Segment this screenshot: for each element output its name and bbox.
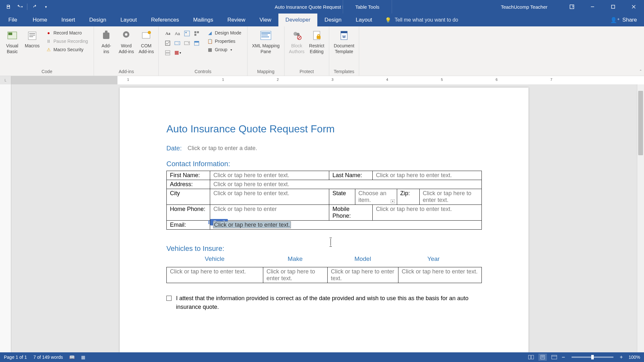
macros-button[interactable]: Macros <box>23 28 42 50</box>
building-block-control-button[interactable] <box>192 29 201 38</box>
repeating-section-control-button[interactable] <box>163 48 172 57</box>
model-control[interactable]: Click or tap here to enter text. <box>331 268 394 281</box>
document-area: Auto Insurance Quote Request Form Date: … <box>0 84 644 352</box>
address-label: Address: <box>167 180 210 189</box>
zoom-level[interactable]: 100% <box>626 355 640 360</box>
tab-layout[interactable]: Layout <box>113 14 144 26</box>
undo-button[interactable]: ▾ <box>15 2 24 11</box>
zoom-slider[interactable] <box>572 357 613 358</box>
minimize-button[interactable] <box>582 0 603 14</box>
share-label: Share <box>622 17 637 23</box>
tab-home[interactable]: Home <box>25 14 54 26</box>
tab-table-layout[interactable]: Layout <box>349 14 379 26</box>
vehicle-control[interactable]: Click or tap here to enter text. <box>170 268 246 275</box>
state-dropdown-control[interactable]: Choose an item. <box>359 190 387 203</box>
ribbon-tabs: File Home Insert Design Layout Reference… <box>0 14 644 26</box>
horizontal-ruler[interactable]: 1 1 2 3 4 5 6 7 <box>11 76 644 84</box>
com-addins-button[interactable]: COM Add-ins <box>136 28 156 56</box>
web-layout-button[interactable] <box>550 354 558 361</box>
collapse-ribbon-button[interactable]: ˆ <box>640 69 641 74</box>
picture-control-button[interactable] <box>182 29 191 38</box>
make-control[interactable]: Click or tap here to enter text. <box>266 268 315 281</box>
svg-rect-9 <box>29 35 35 35</box>
year-control[interactable]: Click or tap here to enter text. <box>402 268 478 275</box>
ribbon-display-options-button[interactable] <box>562 0 582 14</box>
svg-rect-33 <box>261 36 269 37</box>
properties-button[interactable]: 📋Properties <box>205 37 243 45</box>
email-control[interactable]: Click or tap here to enter text. <box>213 222 291 228</box>
zoom-slider-thumb[interactable] <box>591 355 594 359</box>
first-name-control[interactable]: Click or tap here to enter text. <box>213 172 289 178</box>
maximize-button[interactable] <box>603 0 623 14</box>
table-row: Email: Click or tap here to enter text. <box>167 221 482 230</box>
macro-indicator-icon[interactable]: ▦ <box>81 355 85 360</box>
record-macro-button[interactable]: ●Record Macro <box>44 29 90 37</box>
home-phone-control[interactable]: Click or tap here to enter <box>213 206 277 212</box>
checkbox-control-button[interactable] <box>163 39 172 48</box>
page[interactable]: Auto Insurance Quote Request Form Date: … <box>120 88 528 352</box>
vertical-scrollbar[interactable] <box>637 84 644 352</box>
text-cursor-icon <box>331 239 331 246</box>
tab-references[interactable]: References <box>144 14 186 26</box>
addins-button[interactable]: Add- ins <box>97 28 116 56</box>
xml-mapping-pane-button[interactable]: XML Mapping Pane <box>250 28 282 56</box>
tab-table-design[interactable]: Design <box>317 14 349 26</box>
svg-rect-26 <box>194 41 199 43</box>
date-picker-control[interactable]: Click or tap to enter a date. <box>188 145 257 152</box>
page-indicator[interactable]: Page 1 of 1 <box>4 355 27 360</box>
city-control[interactable]: Click or tap here to enter text. <box>213 190 289 196</box>
word-count[interactable]: 7 of 149 words <box>33 355 63 360</box>
dropdown-chevron-icon[interactable]: ▾ <box>391 199 395 203</box>
design-mode-button[interactable]: ◢Design Mode <box>205 29 243 37</box>
visual-basic-button[interactable]: Visual Basic <box>3 28 22 56</box>
macro-security-button[interactable]: ⚠Macro Security <box>44 46 90 53</box>
mobile-phone-control[interactable]: Click or tap here to enter text. <box>376 206 452 212</box>
print-layout-button[interactable] <box>538 354 547 361</box>
combobox-control-button[interactable] <box>173 39 182 48</box>
tab-developer[interactable]: Developer <box>278 14 318 26</box>
group-controls-button[interactable]: ▦Group▾ <box>205 46 243 53</box>
table-row: First Name: Click or tap here to enter t… <box>167 171 482 180</box>
tell-me-search[interactable]: 💡 Tell me what you want to do <box>379 14 603 26</box>
zip-control[interactable]: Click or tap here to enter text. <box>423 190 471 203</box>
redo-button[interactable] <box>31 2 40 11</box>
block-authors-button[interactable]: Block Authors <box>287 28 306 56</box>
vehicles-heading: Vehicles to Insure: <box>166 244 482 253</box>
document-template-button[interactable]: W Document Template <box>332 28 356 56</box>
word-addins-button[interactable]: Word Add-ins <box>117 28 136 56</box>
date-picker-control-button[interactable] <box>192 39 201 48</box>
scrollbar-thumb[interactable] <box>638 91 643 155</box>
tab-selector[interactable]: L <box>0 76 11 84</box>
zoom-out-button[interactable]: − <box>562 354 565 361</box>
tab-review[interactable]: Review <box>220 14 253 26</box>
last-name-control[interactable]: Click or tap here to enter text. <box>376 172 452 178</box>
zoom-in-button[interactable]: + <box>620 354 623 360</box>
legacy-tools-button[interactable]: ▾ <box>173 48 182 57</box>
tell-me-placeholder: Tell me what you want to do <box>395 17 458 23</box>
tab-file[interactable]: File <box>0 14 25 26</box>
read-mode-button[interactable] <box>527 354 535 361</box>
address-control[interactable]: Click or tap here to enter text. <box>213 181 289 187</box>
restrict-editing-button[interactable]: Restrict Editing <box>307 28 326 56</box>
tab-mailings[interactable]: Mailings <box>186 14 220 26</box>
tab-view[interactable]: View <box>252 14 278 26</box>
tab-design[interactable]: Design <box>82 14 113 26</box>
state-label: State <box>329 189 355 205</box>
spelling-icon[interactable]: 📖 <box>69 355 75 360</box>
plain-text-control-button[interactable]: Aa <box>173 29 182 38</box>
last-name-label: Last Name: <box>329 171 373 180</box>
vertical-ruler[interactable] <box>0 84 11 352</box>
attestation-checkbox[interactable] <box>166 296 172 301</box>
dropdown-control-button[interactable] <box>182 39 191 48</box>
svg-rect-10 <box>29 36 33 37</box>
group-label-templates: Templates <box>332 69 356 75</box>
save-button[interactable] <box>4 2 13 11</box>
document-scroll[interactable]: Auto Insurance Quote Request Form Date: … <box>11 84 637 352</box>
close-button[interactable] <box>623 0 644 14</box>
customize-qat-button[interactable]: ▾ <box>42 2 51 11</box>
rich-text-control-button[interactable]: Aa <box>163 29 172 38</box>
tab-insert[interactable]: Insert <box>54 14 82 26</box>
pause-recording-button[interactable]: ⏸Pause Recording <box>44 37 90 45</box>
svg-text:W: W <box>342 35 346 39</box>
share-button[interactable]: 👤⁺ Share <box>603 14 644 26</box>
